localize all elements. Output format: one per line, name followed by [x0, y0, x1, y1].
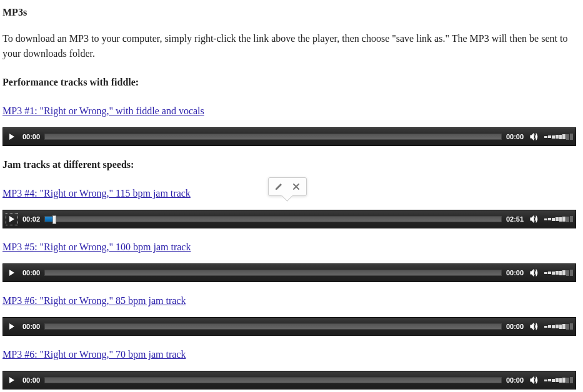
seek-bar[interactable]	[44, 134, 502, 140]
track-link[interactable]: MP3 #5: "Right or Wrong," 100 bpm jam tr…	[2, 240, 191, 255]
current-time: 00:00	[22, 375, 41, 386]
duration-time: 02:51	[506, 214, 524, 225]
seek-progress	[45, 217, 52, 222]
speaker-icon	[530, 269, 539, 277]
play-icon	[8, 269, 16, 277]
audio-player: 00:00 00:00	[2, 263, 576, 282]
duration-time: 00:00	[506, 321, 524, 332]
current-time: 00:00	[22, 321, 41, 332]
volume-slider[interactable]	[544, 323, 573, 330]
volume-slider[interactable]	[544, 216, 573, 222]
play-button[interactable]	[6, 213, 18, 225]
seek-bar[interactable]	[44, 270, 502, 276]
play-button[interactable]	[6, 267, 18, 279]
track-link[interactable]: MP3 #1: "Right or Wrong," with fiddle an…	[2, 104, 204, 119]
mute-button[interactable]	[528, 213, 541, 225]
duration-time: 00:00	[506, 132, 524, 142]
track-link[interactable]: MP3 #4: "Right or Wrong," 115 bpm jam tr…	[2, 186, 191, 201]
play-icon	[8, 376, 16, 384]
mute-button[interactable]	[528, 374, 541, 386]
play-icon	[8, 323, 16, 330]
play-button[interactable]	[6, 374, 18, 386]
play-button[interactable]	[6, 320, 18, 333]
mute-button[interactable]	[528, 267, 541, 279]
seek-bar[interactable]	[44, 216, 502, 222]
seek-bar[interactable]	[44, 377, 502, 383]
audio-player: 00:00 00:00	[2, 371, 576, 390]
close-icon	[292, 183, 300, 190]
mute-button[interactable]	[528, 320, 541, 333]
duration-time: 00:00	[506, 268, 524, 278]
speaker-icon	[530, 376, 539, 384]
play-icon	[8, 215, 16, 223]
play-button[interactable]	[6, 130, 18, 143]
seek-bar[interactable]	[44, 323, 502, 330]
seek-handle[interactable]	[52, 215, 56, 224]
play-icon	[8, 133, 16, 140]
section-heading: Performance tracks with fiddle:	[2, 75, 581, 90]
edit-popup	[268, 177, 307, 196]
speaker-icon	[530, 215, 539, 223]
edit-button[interactable]	[274, 182, 284, 192]
track-link[interactable]: MP3 #6: "Right or Wrong," 85 bpm jam tra…	[2, 293, 186, 308]
speaker-icon	[530, 323, 539, 330]
volume-slider[interactable]	[544, 134, 573, 140]
audio-player: 00:00 00:00	[2, 317, 576, 336]
intro-text: To download an MP3 to your computer, sim…	[2, 31, 577, 61]
speaker-icon	[530, 133, 539, 140]
track-link[interactable]: MP3 #6: "Right or Wrong," 70 bpm jam tra…	[2, 347, 186, 362]
volume-slider[interactable]	[544, 270, 573, 276]
audio-player: 00:02 02:51	[2, 210, 576, 228]
audio-player: 00:00 00:00	[2, 127, 576, 146]
current-time: 00:02	[22, 214, 41, 225]
section-heading: Jam tracks at different speeds:	[2, 157, 581, 172]
page-title: MP3s	[2, 5, 581, 20]
pencil-icon	[274, 182, 283, 191]
current-time: 00:00	[22, 268, 41, 278]
duration-time: 00:00	[506, 375, 524, 386]
volume-slider[interactable]	[544, 377, 573, 383]
current-time: 00:00	[22, 132, 41, 142]
delete-button[interactable]	[291, 182, 301, 192]
mute-button[interactable]	[528, 130, 541, 143]
